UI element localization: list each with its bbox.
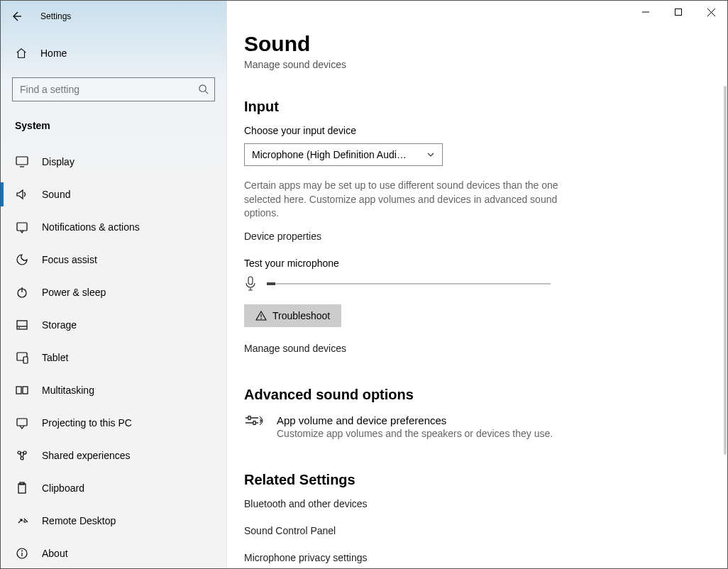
troubleshoot-button[interactable]: Troubleshoot <box>244 304 341 327</box>
svg-rect-7 <box>16 157 28 165</box>
svg-rect-9 <box>17 223 27 231</box>
notifications-icon <box>15 220 29 234</box>
nav-item-label: Multitasking <box>42 385 94 396</box>
svg-rect-19 <box>17 419 27 426</box>
titlebar: Settings <box>1 1 226 32</box>
svg-point-14 <box>18 327 20 328</box>
multitasking-icon <box>15 383 29 397</box>
svg-rect-32 <box>248 416 250 419</box>
svg-rect-34 <box>253 421 255 424</box>
svg-point-30 <box>260 318 262 319</box>
home-icon <box>15 47 28 60</box>
nav-item-label: Tablet <box>42 352 68 363</box>
related-link-control-panel[interactable]: Sound Control Panel <box>244 525 710 536</box>
minimize-button[interactable] <box>629 1 662 23</box>
nav-item-label: Clipboard <box>42 482 84 494</box>
nav-item-label: Notifications & actions <box>42 221 140 233</box>
clipboard-icon <box>15 481 29 495</box>
projecting-icon <box>15 416 29 430</box>
tablet-icon <box>15 350 29 365</box>
nav-item-tablet[interactable]: Tablet <box>1 341 226 374</box>
nav-item-display[interactable]: Display <box>1 145 226 178</box>
close-button[interactable] <box>695 1 727 23</box>
chevron-down-icon <box>426 150 435 159</box>
mic-level-bar <box>267 283 551 284</box>
storage-icon <box>15 318 29 332</box>
content-area: Sound Manage sound devices Input Choose … <box>227 1 727 568</box>
nav-item-focus[interactable]: Focus assist <box>1 243 226 276</box>
mic-test-row <box>244 276 710 292</box>
display-icon <box>15 155 29 169</box>
related-link-bluetooth[interactable]: Bluetooth and other devices <box>244 498 710 509</box>
remote-icon <box>15 514 29 528</box>
nav-item-about[interactable]: About <box>1 537 226 568</box>
input-description: Certain apps may be set up to use differ… <box>244 179 570 221</box>
page-title: Sound <box>244 32 710 56</box>
input-device-select[interactable]: Microphone (High Definition Audio… <box>244 143 443 166</box>
nav-item-label: Sound <box>42 189 70 200</box>
nav-item-clipboard[interactable]: Clipboard <box>1 472 226 504</box>
svg-rect-28 <box>248 277 253 284</box>
power-icon <box>15 285 29 299</box>
nav-item-label: Display <box>42 156 75 167</box>
back-button[interactable] <box>1 1 32 32</box>
home-label: Home <box>40 48 67 59</box>
svg-line-6 <box>205 92 208 94</box>
svg-rect-17 <box>16 387 21 394</box>
svg-point-26 <box>21 550 23 551</box>
section-label: System <box>15 120 226 131</box>
svg-rect-18 <box>23 387 28 394</box>
input-device-value: Microphone (High Definition Audio… <box>252 149 408 160</box>
nav-item-multitasking[interactable]: Multitasking <box>1 374 226 407</box>
manage-sound-devices-bottom[interactable]: Manage sound devices <box>244 343 710 354</box>
svg-rect-1 <box>675 9 682 16</box>
svg-rect-16 <box>23 357 28 363</box>
troubleshoot-label: Troubleshoot <box>272 310 330 321</box>
nav-item-label: Projecting to this PC <box>42 417 132 429</box>
related-header: Related Settings <box>244 472 710 488</box>
svg-rect-12 <box>17 321 27 329</box>
sidebar: Settings Home System DisplaySoundNotific… <box>1 1 227 568</box>
shared-icon <box>15 448 29 463</box>
sound-icon <box>15 187 29 201</box>
nav-item-notifications[interactable]: Notifications & actions <box>1 211 226 243</box>
scrollbar[interactable] <box>724 86 727 455</box>
svg-point-22 <box>21 457 23 460</box>
nav-item-projecting[interactable]: Projecting to this PC <box>1 407 226 439</box>
search-box[interactable] <box>12 77 215 101</box>
focus-icon <box>15 253 29 267</box>
nav-item-sound[interactable]: Sound <box>1 178 226 211</box>
search-input[interactable] <box>18 83 198 96</box>
svg-point-21 <box>23 451 26 454</box>
nav-item-remote[interactable]: Remote Desktop <box>1 504 226 537</box>
home-link[interactable]: Home <box>1 39 226 67</box>
nav-item-power[interactable]: Power & sleep <box>1 276 226 309</box>
svg-point-5 <box>199 85 206 92</box>
nav-item-label: About <box>42 548 68 559</box>
microphone-icon <box>244 276 257 292</box>
svg-point-20 <box>18 451 21 454</box>
app-volume-preferences[interactable]: App volume and device preferences Custom… <box>244 414 710 439</box>
test-mic-label: Test your microphone <box>244 258 710 269</box>
nav-item-label: Focus assist <box>42 254 97 265</box>
nav-item-label: Remote Desktop <box>42 515 116 526</box>
nav-item-storage[interactable]: Storage <box>1 309 226 341</box>
choose-input-label: Choose your input device <box>244 125 710 136</box>
svg-rect-23 <box>18 484 26 493</box>
advanced-item-desc: Customize app volumes and the speakers o… <box>277 428 553 439</box>
nav-item-label: Storage <box>42 319 77 331</box>
nav-item-shared[interactable]: Shared experiences <box>1 439 226 472</box>
about-icon <box>15 546 29 560</box>
advanced-header: Advanced sound options <box>244 387 710 403</box>
nav-list: DisplaySoundNotifications & actionsFocus… <box>1 145 226 568</box>
related-link-mic-privacy[interactable]: Microphone privacy settings <box>244 552 710 563</box>
device-properties-link[interactable]: Device properties <box>244 231 710 242</box>
search-icon <box>198 84 209 94</box>
manage-sound-devices-top[interactable]: Manage sound devices <box>244 59 710 70</box>
maximize-button[interactable] <box>662 1 695 23</box>
sliders-icon <box>244 414 264 431</box>
nav-item-label: Shared experiences <box>42 450 131 461</box>
input-header: Input <box>244 99 710 115</box>
nav-item-label: Power & sleep <box>42 287 106 298</box>
app-title: Settings <box>40 11 71 21</box>
